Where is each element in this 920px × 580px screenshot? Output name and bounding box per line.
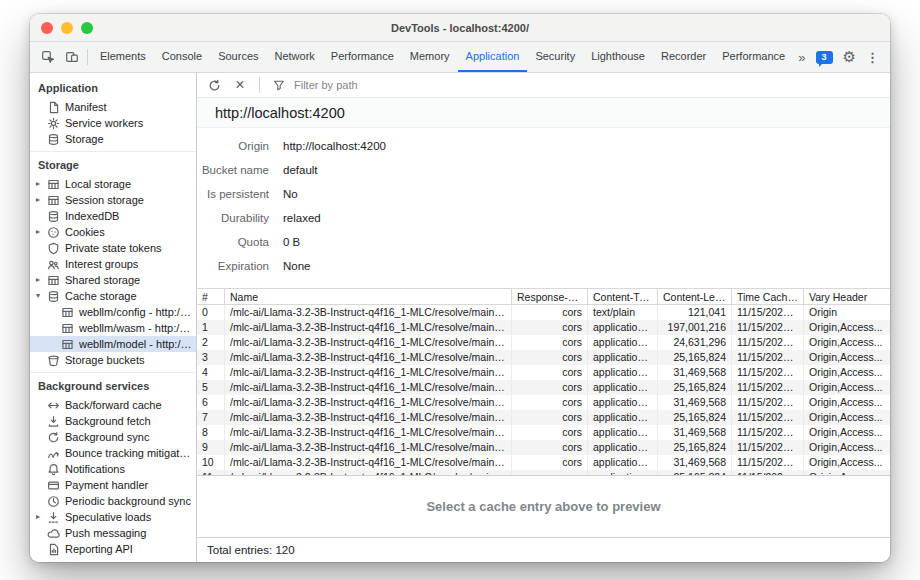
column-header-num[interactable]: # [197, 289, 225, 304]
kebab-menu-icon[interactable] [866, 48, 879, 66]
cell-content-type: application/oc... [588, 380, 658, 395]
column-header-response-type[interactable]: Response-Type [512, 289, 588, 304]
sidebar-item-storage-buckets[interactable]: Storage buckets [30, 352, 196, 368]
cell-name: /mlc-ai/Llama-3.2-3B-Instruct-q4f16_1-ML… [225, 335, 512, 350]
toolbar-left-icons [30, 42, 83, 72]
detail-label: Expiration [197, 260, 269, 272]
cache-entry-row[interactable]: 9/mlc-ai/Llama-3.2-3B-Instruct-q4f16_1-M… [197, 440, 890, 455]
sidebar-item-push-messaging[interactable]: Push messaging [30, 525, 196, 541]
sidebar-item-label: Push messaging [65, 527, 150, 539]
cache-entry-row[interactable]: 8/mlc-ai/Llama-3.2-3B-Instruct-q4f16_1-M… [197, 425, 890, 440]
column-header-content-length[interactable]: Content-Length [658, 289, 732, 304]
sidebar-item-bounce-tracking-mitigations[interactable]: Bounce tracking mitigations [30, 445, 196, 461]
cell-name: /mlc-ai/Llama-3.2-3B-Instruct-q4f16_1-ML… [225, 380, 512, 395]
toolbar-right-icons: » 3 [787, 42, 890, 72]
sidebar-item-background-sync[interactable]: Background sync [30, 429, 196, 445]
cell-content-type: application/oc... [588, 410, 658, 425]
tab-sources[interactable]: Sources [210, 42, 266, 72]
sidebar-item-indexeddb[interactable]: IndexedDB [30, 208, 196, 224]
sidebar-item-cache-storage[interactable]: Cache storage [30, 288, 196, 304]
sidebar-item-label: webllm/config - http://loc... [79, 306, 196, 318]
cache-entry-row[interactable]: 1/mlc-ai/Llama-3.2-3B-Instruct-q4f16_1-M… [197, 320, 890, 335]
refresh-icon[interactable] [203, 74, 225, 96]
tab-application[interactable]: Application [458, 42, 528, 72]
sidebar-item-webllm-config-http-loc[interactable]: webllm/config - http://loc... [30, 304, 196, 320]
sidebar-item-storage[interactable]: Storage [30, 131, 196, 147]
cell-response-type: cors [512, 365, 588, 380]
close-window-button[interactable] [41, 22, 53, 34]
cache-entry-row[interactable]: 6/mlc-ai/Llama-3.2-3B-Instruct-q4f16_1-M… [197, 395, 890, 410]
cache-entry-row[interactable]: 4/mlc-ai/Llama-3.2-3B-Instruct-q4f16_1-M… [197, 365, 890, 380]
chevron-right-icon[interactable] [36, 192, 47, 208]
device-toolbar-icon[interactable] [61, 46, 83, 68]
sidebar-item-background-fetch[interactable]: Background fetch [30, 413, 196, 429]
sidebar-item-private-state-tokens[interactable]: Private state tokens [30, 240, 196, 256]
cache-entry-row[interactable]: 0/mlc-ai/Llama-3.2-3B-Instruct-q4f16_1-M… [197, 305, 890, 320]
tab-lighthouse[interactable]: Lighthouse [583, 42, 653, 72]
cache-entry-row[interactable]: 10/mlc-ai/Llama-3.2-3B-Instruct-q4f16_1-… [197, 455, 890, 470]
token-icon [47, 242, 61, 255]
sidebar-item-payment-handler[interactable]: Payment handler [30, 477, 196, 493]
sidebar-item-reporting-api[interactable]: Reporting API [30, 541, 196, 557]
cell-name: /mlc-ai/Llama-3.2-3B-Instruct-q4f16_1-ML… [225, 425, 512, 440]
sidebar-item-speculative-loads[interactable]: Speculative loads [30, 509, 196, 525]
cell-num: 4 [197, 365, 225, 380]
database-icon [47, 133, 61, 146]
database-icon [47, 210, 61, 223]
sidebar-item-webllm-model-http-loc[interactable]: webllm/model - http://loc... [30, 336, 196, 352]
filter-by-path-input[interactable] [294, 79, 444, 91]
tab-performance-insights[interactable]: Performance insights [714, 42, 787, 72]
more-tabs-chevron-icon[interactable]: » [798, 50, 805, 65]
settings-gear-icon[interactable] [843, 48, 856, 66]
sidebar-item-notifications[interactable]: Notifications [30, 461, 196, 477]
cache-entry-row[interactable]: 3/mlc-ai/Llama-3.2-3B-Instruct-q4f16_1-M… [197, 350, 890, 365]
console-messages-badge[interactable]: 3 [816, 51, 833, 64]
sidebar-item-interest-groups[interactable]: Interest groups [30, 256, 196, 272]
sidebar-item-session-storage[interactable]: Session storage [30, 192, 196, 208]
cache-entry-row[interactable]: 2/mlc-ai/Llama-3.2-3B-Instruct-q4f16_1-M… [197, 335, 890, 350]
chevron-right-icon[interactable] [36, 224, 47, 240]
column-header-content-type[interactable]: Content-Type [588, 289, 658, 304]
detail-row-durability: Durabilityrelaxed [197, 206, 890, 230]
chevron-right-icon[interactable] [36, 176, 47, 192]
sidebar-item-cookies[interactable]: Cookies [30, 224, 196, 240]
detail-row-bucket-name: Bucket namedefault [197, 158, 890, 182]
sidebar-item-manifest[interactable]: Manifest [30, 99, 196, 115]
cloud-icon [47, 527, 61, 540]
sidebar-item-webllm-wasm-http-loca[interactable]: webllm/wasm - http://loca... [30, 320, 196, 336]
cache-entry-row[interactable]: 5/mlc-ai/Llama-3.2-3B-Instruct-q4f16_1-M… [197, 380, 890, 395]
chevron-down-icon[interactable] [36, 288, 47, 304]
cell-content-length: 31,469,568 [658, 365, 732, 380]
cell-time-cached: 11/15/2024, 10... [732, 455, 804, 470]
delete-entry-icon[interactable] [229, 74, 251, 96]
tab-security[interactable]: Security [527, 42, 583, 72]
sidebar-item-back-forward-cache[interactable]: Back/forward cache [30, 397, 196, 413]
tab-elements[interactable]: Elements [92, 42, 154, 72]
tab-performance[interactable]: Performance [323, 42, 402, 72]
inspect-element-icon[interactable] [37, 46, 59, 68]
minimize-window-button[interactable] [61, 22, 73, 34]
tab-console[interactable]: Console [154, 42, 210, 72]
table-body: 0/mlc-ai/Llama-3.2-3B-Instruct-q4f16_1-M… [197, 305, 890, 475]
chevron-right-icon[interactable] [36, 509, 47, 525]
sidebar-item-local-storage[interactable]: Local storage [30, 176, 196, 192]
tab-recorder[interactable]: Recorder [653, 42, 714, 72]
tab-memory[interactable]: Memory [402, 42, 458, 72]
sidebar-item-shared-storage[interactable]: Shared storage [30, 272, 196, 288]
sidebar-item-label: webllm/model - http://loc... [79, 338, 196, 350]
tab-network[interactable]: Network [267, 42, 323, 72]
sync-icon [47, 431, 61, 444]
sidebar-item-service-workers[interactable]: Service workers [30, 115, 196, 131]
column-header-vary-header[interactable]: Vary Header [804, 289, 890, 304]
cache-entry-row[interactable]: 7/mlc-ai/Llama-3.2-3B-Instruct-q4f16_1-M… [197, 410, 890, 425]
zoom-window-button[interactable] [81, 22, 93, 34]
detail-value: relaxed [283, 212, 321, 224]
column-header-name[interactable]: Name [225, 289, 512, 304]
sidebar-item-periodic-background-sync[interactable]: Periodic background sync [30, 493, 196, 509]
cell-num: 6 [197, 395, 225, 410]
cell-content-type: application/oc... [588, 365, 658, 380]
cell-content-type: application/oc... [588, 395, 658, 410]
chevron-right-icon[interactable] [36, 272, 47, 288]
cell-name: /mlc-ai/Llama-3.2-3B-Instruct-q4f16_1-ML… [225, 350, 512, 365]
column-header-time-cached[interactable]: Time Cached [732, 289, 804, 304]
